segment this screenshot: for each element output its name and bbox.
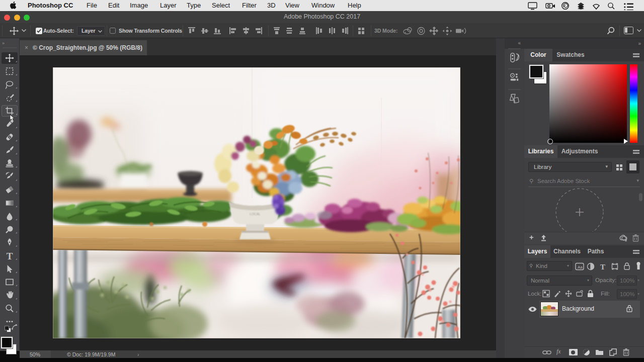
svg-text:Aa: Aa bbox=[578, 265, 583, 269]
svg-text:T: T bbox=[600, 263, 605, 271]
svg-text:T: T bbox=[7, 251, 13, 261]
svg-text:LOCAL: LOCAL bbox=[250, 212, 261, 216]
